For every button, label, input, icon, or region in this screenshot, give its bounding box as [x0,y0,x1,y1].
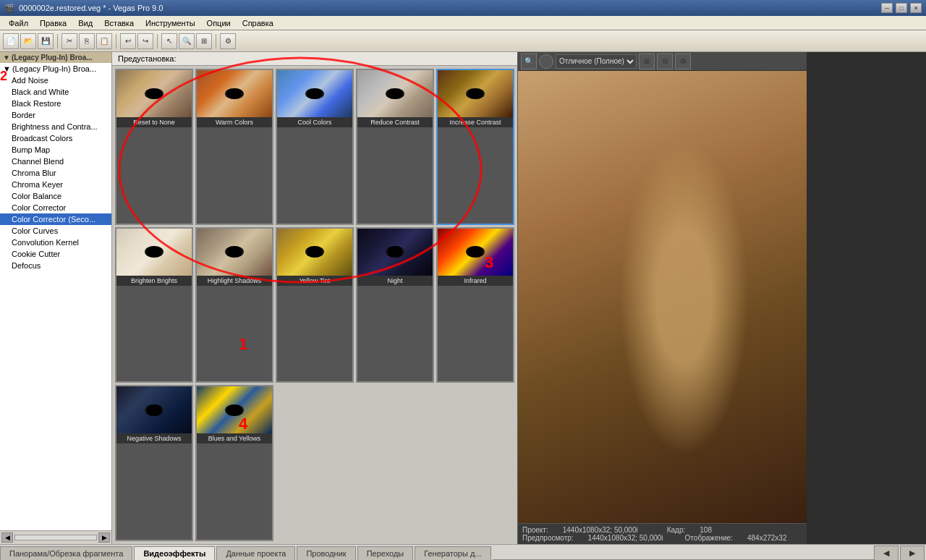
effect-cookie-cutter[interactable]: Cookie Cutter [0,248,111,260]
project-label: Проект: [522,526,548,534]
close-button[interactable]: ✕ [910,3,922,13]
menu-edit[interactable]: Правка [34,17,72,29]
effect-black-restore[interactable]: Black Restore [0,98,111,109]
presets-label: Предустановка: [118,54,177,63]
preview-grid-btn[interactable]: ⊞ [639,54,655,69]
eye-pupil [386,88,404,100]
tab-transitions[interactable]: Переходы [357,546,414,560]
expand-icon[interactable]: ▼ [3,54,10,61]
preview-circle-btn[interactable] [539,54,553,69]
menu-insert[interactable]: Вставка [98,17,140,29]
effect-color-curves[interactable]: Color Curves [0,225,111,237]
preset-increase[interactable]: Increase Contrast [436,69,514,225]
eye-pupil [225,246,243,258]
effect-chroma-keyer[interactable]: Chroma Keyer [0,179,111,190]
properties-button[interactable]: ⚙ [220,33,236,49]
copy-button[interactable]: ⎘ [79,33,95,49]
preset-reduce[interactable]: Reduce Contrast [356,69,434,225]
preset-thumb-cool [277,70,352,117]
minimize-button[interactable]: ─ [881,3,893,13]
scroll-left-btn[interactable]: ◀ [1,533,13,543]
undo-button[interactable]: ↩ [120,33,136,49]
tab-panorama[interactable]: Панорама/Обрезка фрагмента [0,546,132,560]
project-value: 1440x1080x32; 50,000i [563,526,638,534]
preset-label-blues: Blues and Yellows [197,433,272,444]
preview-toolbar: 🔍 Отличное (Полное) ⊞ ⧉ ⚙ [518,52,807,71]
save-button[interactable]: 💾 [38,33,54,49]
eye-pupil [466,88,484,100]
scroll-right-btn[interactable]: ▶ [98,533,110,543]
effect-bump-map[interactable]: Bump Map [0,144,111,156]
effect-color-corrector[interactable]: Color Corrector [0,202,111,213]
display-label: Отображение: [685,534,733,542]
menu-file[interactable]: Файл [3,17,34,29]
menu-view[interactable]: Вид [72,17,98,29]
preset-warm[interactable]: Warm Colors [195,69,273,225]
menu-tools[interactable]: Инструменты [140,17,201,29]
effects-panel: ▼ (Legacy Plug-In) Broa... ▼ (Legacy Plu… [0,52,112,544]
cut-button[interactable]: ✂ [61,33,77,49]
toolbar: 📄 📂 💾 ✂ ⎘ 📋 ↩ ↪ ↖ 🔍 ⊞ ⚙ [0,30,926,52]
preset-brighten[interactable]: Brighten Brights [115,227,193,383]
preset-night[interactable]: Night [356,227,434,383]
window-controls: ─ □ ✕ [881,3,922,13]
tab-scroll-left[interactable]: ◀ [874,546,899,560]
effect-color-balance[interactable]: Color Balance [0,190,111,202]
tab-scroll-right[interactable]: ▶ [900,546,925,560]
effect-convolution[interactable]: Convolution Kernel [0,237,111,248]
menu-options[interactable]: Опции [201,17,237,29]
effect-broadcast-colors[interactable]: Broadcast Colors [0,132,111,144]
eye-circle [449,235,502,268]
zoom-tool[interactable]: 🔍 [179,33,195,49]
tab-explorer[interactable]: Проводник [297,546,355,560]
effect-border[interactable]: Border [0,109,111,121]
scroll-track[interactable] [14,535,97,540]
maximize-button[interactable]: □ [896,3,907,13]
preview-zoom-out[interactable]: 🔍 [521,54,537,69]
select-tool[interactable]: ↖ [161,33,177,49]
preset-thumb-reduce [357,70,433,117]
preset-cool[interactable]: Cool Colors [276,69,354,225]
preview-split-btn[interactable]: ⧉ [657,54,673,69]
preset-thumb-blues [197,386,272,433]
eye-pupil [225,88,243,100]
preset-reset[interactable]: Reset to None [115,69,193,225]
preset-negative[interactable]: Negative Shadows [115,385,193,541]
effect-add-noise[interactable]: Add Noise [0,75,111,86]
preset-infrared[interactable]: Infrared [436,227,514,383]
preset-highlight[interactable]: Highlight Shadows [195,227,273,383]
new-button[interactable]: 📄 [3,33,19,49]
effect-brightness[interactable]: Brightness and Contra... [0,121,111,132]
preview-settings-btn[interactable]: ⚙ [675,54,691,69]
paste-button[interactable]: 📋 [96,33,112,49]
trim-tool[interactable]: ⊞ [196,33,212,49]
eye-pupil [145,246,163,258]
preset-blues[interactable]: Blues and Yellows [195,385,273,541]
effect-parent-item[interactable]: ▼ (Legacy Plug-In) Broa... [0,63,111,75]
menu-bar: Файл Правка Вид Вставка Инструменты Опци… [0,16,926,30]
effect-defocus[interactable]: Defocus [0,260,111,271]
tab-video-effects[interactable]: Видеоэффекты [134,546,215,560]
eye-circle [449,77,502,111]
menu-help[interactable]: Справка [237,17,279,29]
effect-chroma-blur[interactable]: Chroma Blur [0,167,111,179]
effects-header-text: (Legacy Plug-In) Broa... [12,54,93,61]
eye-circle [369,77,422,111]
preset-label-yellow: Yellow Tint [277,276,352,286]
tab-generators[interactable]: Генераторы д... [415,546,490,560]
preview-quality-select[interactable]: Отличное (Полное) [556,54,637,69]
eye-pupil [225,404,243,416]
eye-circle [289,235,341,268]
title-bar: 🎬 0000002e.restored.veg * - Vegas Pro 9.… [0,0,926,16]
preset-yellow[interactable]: Yellow Tint [276,227,354,383]
effect-color-corrector-sec[interactable]: Color Corrector (Seco... [0,213,111,225]
redo-button[interactable]: ↪ [137,33,153,49]
effect-bw[interactable]: Black and White [0,86,111,98]
display-value: 484x272x32 [747,534,787,542]
open-button[interactable]: 📂 [20,33,36,49]
frame-label: Кадр: [667,526,686,534]
tab-project-data[interactable]: Данные проекта [216,546,295,560]
preset-label-cool: Cool Colors [277,117,352,127]
presets-grid: Reset to None Warm Colors Cool Colors Re… [112,66,517,544]
effect-channel-blend[interactable]: Channel Blend [0,156,111,167]
